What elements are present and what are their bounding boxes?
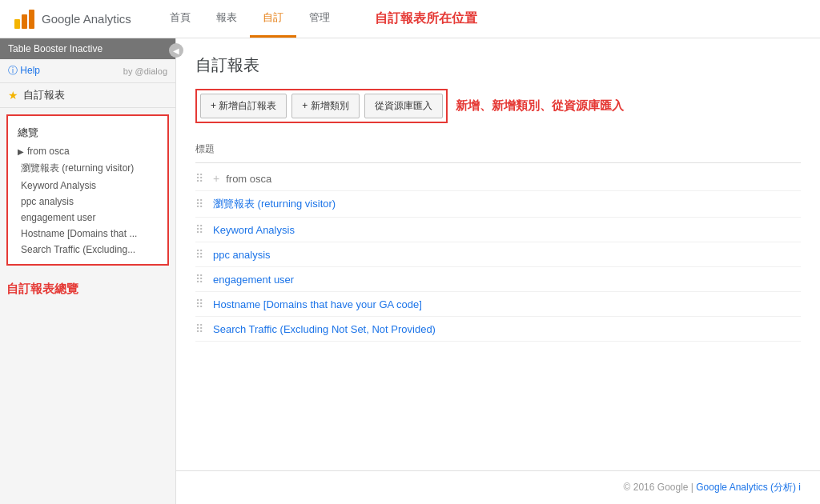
ga-logo-icon (13, 8, 35, 30)
app-name: Google Analytics (42, 12, 131, 26)
tree-item-1[interactable]: 瀏覽報表 (returning visitor) (8, 159, 167, 178)
tree-item-6[interactable]: Search Traffic (Excluding... (8, 242, 167, 258)
tree-item-2[interactable]: Keyword Analysis (8, 178, 167, 194)
drag-handle-icon[interactable]: ⠿ (195, 223, 203, 236)
tree-item-label-4: engagement user (21, 212, 95, 223)
table-row: ⠿ ppc analysis (195, 242, 801, 267)
footer-ga-link[interactable]: Google Analytics (分析) i (696, 482, 801, 493)
nav-item-custom[interactable]: 自訂 (250, 0, 296, 38)
svg-rect-0 (14, 19, 20, 29)
tree-item-label-5: Hostname [Domains that ... (21, 228, 137, 239)
tree-item-0[interactable]: ▶ from osca (8, 143, 167, 159)
sidebar: Table Booster Inactive ◀ ⓘ Help by @dial… (0, 38, 176, 504)
tree-group-label: 總覽 (8, 122, 167, 143)
help-link[interactable]: ⓘ Help (8, 64, 40, 78)
footer-copyright: © 2016 Google | (624, 482, 697, 493)
tree-item-3[interactable]: ppc analysis (8, 194, 167, 210)
tree-item-label-3: ppc analysis (21, 196, 74, 207)
annotation-sidebar: 自訂報表總覽 (0, 272, 175, 306)
action-bar-box: + 新增自訂報表 + 新增類別 從資源庫匯入 (195, 89, 448, 123)
table-row: ⠿ Keyword Analysis (195, 218, 801, 242)
sidebar-section: ★ 自訂報表 (0, 83, 175, 108)
table-row: ⠿ 瀏覽報表 (returning visitor) (195, 191, 801, 218)
table-row: ⠿ Search Traffic (Excluding Not Set, Not… (195, 317, 801, 342)
sidebar-help: ⓘ Help by @dialog (0, 59, 175, 83)
drag-handle-icon[interactable]: ⠿ (195, 322, 203, 335)
main-layout: Table Booster Inactive ◀ ⓘ Help by @dial… (0, 38, 820, 504)
star-icon: ★ (8, 89, 18, 102)
drag-handle-icon[interactable]: ⠿ (195, 172, 203, 185)
drag-handle-icon[interactable]: ⠿ (195, 248, 203, 261)
row-link-2[interactable]: Keyword Analysis (213, 224, 295, 236)
tree-item-label-0: from osca (27, 146, 70, 157)
footer: © 2016 Google | Google Analytics (分析) i (176, 470, 820, 504)
import-from-gallery-button[interactable]: 從資源庫匯入 (364, 94, 443, 118)
sidebar-toggle[interactable]: ◀ (169, 43, 183, 58)
sidebar-tree: 總覽 ▶ from osca 瀏覽報表 (returning visitor) … (6, 114, 169, 266)
tree-item-label-1: 瀏覽報表 (returning visitor) (21, 162, 134, 175)
table-header: 標題 (195, 139, 801, 163)
expand-icon[interactable]: + (213, 172, 219, 185)
sidebar-section-label: 自訂報表 (23, 88, 65, 102)
question-icon: ⓘ (8, 65, 18, 76)
drag-handle-icon[interactable]: ⠿ (195, 273, 203, 286)
tree-item-5[interactable]: Hostname [Domains that ... (8, 226, 167, 242)
annotation-actions: 新增、新增類別、從資源庫匯入 (456, 98, 624, 114)
help-label: Help (20, 65, 40, 76)
row-label-0: from osca (226, 173, 271, 185)
table-row: ⠿ Hostname [Domains that have your GA co… (195, 292, 801, 317)
svg-rect-1 (22, 14, 27, 29)
row-link-5[interactable]: Hostname [Domains that have your GA code… (213, 298, 422, 310)
drag-handle-icon[interactable]: ⠿ (195, 198, 203, 210)
nav-item-home[interactable]: 首頁 (157, 0, 203, 38)
annotation-nav-position: 自訂報表所在位置 (375, 10, 477, 27)
content-title: 自訂報表 (195, 54, 801, 76)
tree-item-label-6: Search Traffic (Excluding... (21, 244, 135, 255)
table-row: ⠿ engagement user (195, 267, 801, 292)
plugin-name: Table Booster Inactive (8, 43, 102, 54)
nav-item-admin[interactable]: 管理 (296, 0, 343, 38)
add-custom-report-button[interactable]: + 新增自訂報表 (200, 94, 287, 118)
nav-item-reports[interactable]: 報表 (203, 0, 250, 38)
table-row: ⠿ + from osca (195, 166, 801, 191)
row-link-6[interactable]: Search Traffic (Excluding Not Set, Not P… (213, 323, 436, 335)
nav-links: 首頁 報表 自訂 管理 (157, 0, 343, 38)
plugin-bar: Table Booster Inactive (0, 38, 175, 59)
tree-arrow-icon: ▶ (18, 147, 24, 156)
content-area: 自訂報表 + 新增自訂報表 + 新增類別 從資源庫匯入 新增、新增類別、從資源庫… (176, 38, 820, 470)
drag-handle-icon[interactable]: ⠿ (195, 298, 203, 310)
by-dialog-label: by @dialog (123, 66, 167, 76)
top-nav: Google Analytics 首頁 報表 自訂 管理 自訂報表所在位置 (0, 0, 820, 38)
tree-item-label-2: Keyword Analysis (21, 180, 96, 191)
logo-area: Google Analytics (13, 8, 131, 30)
add-category-button[interactable]: + 新增類別 (291, 94, 359, 118)
tree-item-4[interactable]: engagement user (8, 210, 167, 226)
row-link-4[interactable]: engagement user (213, 274, 294, 286)
svg-rect-2 (29, 10, 34, 29)
row-link-1[interactable]: 瀏覽報表 (returning visitor) (213, 197, 336, 211)
row-link-3[interactable]: ppc analysis (213, 249, 271, 261)
